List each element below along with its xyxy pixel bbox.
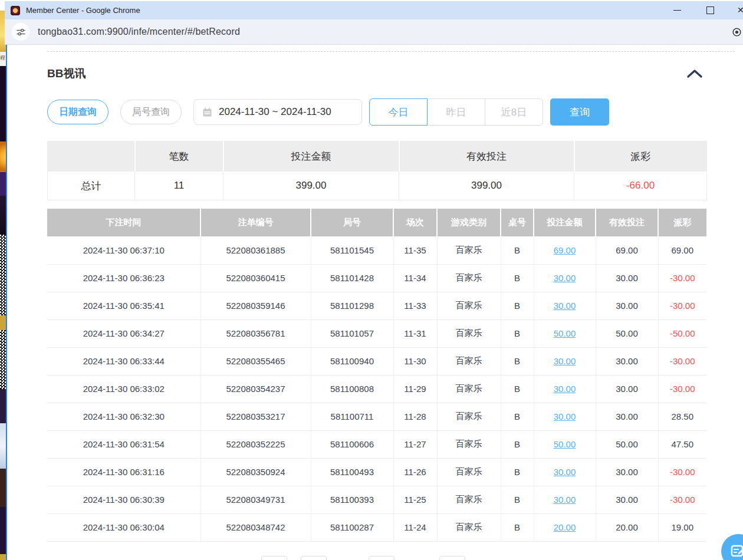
bet-amount-link[interactable]: 69.00 — [554, 245, 576, 255]
table-cell: 11-27 — [393, 430, 437, 458]
table-cell[interactable]: 30.00 — [534, 264, 596, 292]
table-cell: 47.50 — [658, 430, 706, 458]
table-cell: B — [501, 458, 534, 486]
summary-header-row: 笔数投注金额有效投注派彩 — [48, 141, 707, 172]
bet-amount-link[interactable]: 30.00 — [554, 495, 576, 505]
close-button[interactable]: ✕ — [737, 5, 743, 15]
minimize-button[interactable] — [673, 10, 681, 11]
bet-amount-link[interactable]: 50.00 — [554, 328, 576, 338]
table-cell: 11-34 — [393, 264, 437, 292]
search-button[interactable]: 查询 — [550, 98, 609, 126]
table-cell: 11-29 — [393, 375, 437, 403]
table-cell: 11-26 — [393, 458, 437, 486]
table-row: 2024-11-30 06:34:27522080356781581101057… — [47, 319, 706, 347]
bet-amount-link[interactable]: 30.00 — [554, 467, 576, 477]
table-cell[interactable]: 20.00 — [534, 513, 596, 541]
table-cell: 581100493 — [311, 458, 393, 486]
table-cell: -30.00 — [658, 458, 706, 486]
pagination-button-partial[interactable] — [301, 556, 327, 560]
background-segment — [0, 196, 6, 235]
table-cell: B — [501, 513, 534, 541]
pagination-button-partial[interactable] — [261, 556, 287, 560]
table-row: 2024-11-30 06:35:41522080359146581101298… — [47, 292, 706, 319]
last-8-days-button[interactable]: 近8日 — [485, 98, 543, 126]
table-row: 2024-11-30 06:33:44522080355465581100940… — [47, 347, 706, 375]
table-cell: 69.00 — [658, 236, 706, 264]
table-cell: 522080350924 — [200, 458, 311, 486]
table-cell: 522080355465 — [200, 347, 311, 375]
table-cell[interactable]: 69.00 — [534, 236, 596, 264]
table-cell: 百家乐 — [437, 375, 501, 403]
table-cell: B — [501, 403, 534, 430]
table-row: 2024-11-30 06:30:39522080349731581100393… — [47, 486, 706, 513]
table-cell[interactable]: 50.00 — [534, 430, 596, 458]
table-cell: 30.00 — [596, 264, 658, 292]
table-cell[interactable]: 50.00 — [534, 319, 596, 347]
maximize-button[interactable] — [706, 6, 714, 14]
table-cell: 50.00 — [596, 430, 658, 458]
date-range-input[interactable]: 2024-11-30 ~ 2024-11-30 — [193, 99, 362, 125]
table-cell[interactable]: 30.00 — [534, 292, 596, 319]
table-cell: -30.00 — [658, 292, 706, 319]
table-cell: 11-24 — [393, 513, 437, 541]
bet-amount-link[interactable]: 30.00 — [554, 273, 576, 283]
background-segment — [0, 315, 6, 330]
bet-amount-link[interactable]: 20.00 — [554, 522, 576, 532]
table-cell: 522080348742 — [200, 513, 311, 541]
url-text[interactable]: tongbao31.com:9900/infe/mcenter/#/betRec… — [38, 27, 240, 37]
today-button[interactable]: 今日 — [369, 98, 428, 126]
panel-header: BB视讯 — [47, 65, 706, 83]
table-cell: 百家乐 — [437, 430, 501, 458]
table-cell: 2024-11-30 06:30:39 — [47, 486, 200, 513]
background-segment — [0, 66, 6, 141]
collapse-chevron-up-icon[interactable] — [686, 69, 703, 78]
table-cell: 百家乐 — [437, 236, 501, 264]
table-cell: 2024-11-30 06:36:23 — [47, 264, 200, 292]
bet-amount-link[interactable]: 30.00 — [554, 384, 576, 394]
table-cell: B — [501, 347, 534, 375]
table-cell: B — [501, 486, 534, 513]
table-cell: 28.50 — [658, 403, 706, 430]
bet-amount-link[interactable]: 30.00 — [554, 301, 576, 311]
table-cell: 11-35 — [393, 236, 437, 264]
table-cell: 11-30 — [393, 347, 437, 375]
table-cell: 2024-11-30 06:35:41 — [47, 292, 200, 319]
table-cell: 30.00 — [596, 458, 658, 486]
table-cell[interactable]: 30.00 — [534, 458, 596, 486]
window-titlebar: Member Center - Google Chrome ✕ — [5, 1, 743, 19]
round-query-button[interactable]: 局号查询 — [120, 100, 182, 124]
summary-table: 笔数投注金额有效投注派彩 总计11399.00399.00-66.00 — [47, 141, 707, 200]
filter-toolbar: 日期查询 局号查询 2024-11-30 ~ 2024-11-30 今日 昨日 … — [47, 98, 706, 126]
records-header-cell: 注单编号 — [200, 209, 311, 236]
yesterday-button[interactable]: 昨日 — [427, 98, 485, 126]
table-cell: -30.00 — [658, 347, 706, 375]
table-cell: 69.00 — [596, 236, 658, 264]
table-cell[interactable]: 30.00 — [534, 347, 596, 375]
table-cell[interactable]: 30.00 — [534, 375, 596, 403]
table-cell: B — [501, 430, 534, 458]
table-cell: 11-33 — [393, 292, 437, 319]
app-icon — [11, 6, 20, 15]
table-cell: 百家乐 — [437, 319, 501, 347]
pagination-button-partial[interactable] — [439, 556, 465, 560]
table-cell: 581101428 — [311, 264, 393, 292]
target-icon[interactable] — [732, 27, 742, 39]
table-cell: -30.00 — [658, 486, 706, 513]
site-settings-icon[interactable] — [12, 23, 29, 41]
pagination-button-partial[interactable] — [369, 556, 394, 560]
window-title: Member Center - Google Chrome — [26, 6, 140, 15]
background-segment — [0, 141, 6, 172]
table-cell: 581101298 — [311, 292, 393, 319]
bet-amount-link[interactable]: 30.00 — [554, 356, 576, 366]
table-cell: 522080359146 — [200, 292, 311, 319]
table-cell: 581100940 — [311, 347, 393, 375]
bet-amount-link[interactable]: 50.00 — [554, 439, 576, 449]
summary-value-cell: 总计 — [48, 172, 135, 200]
table-cell[interactable]: 30.00 — [534, 486, 596, 513]
bet-amount-link[interactable]: 30.00 — [554, 411, 576, 421]
table-cell: 11-25 — [393, 486, 437, 513]
table-cell: 百家乐 — [437, 458, 501, 486]
date-query-button[interactable]: 日期查询 — [47, 100, 109, 124]
table-cell[interactable]: 30.00 — [534, 403, 596, 430]
summary-value-cell: -66.00 — [574, 172, 707, 200]
